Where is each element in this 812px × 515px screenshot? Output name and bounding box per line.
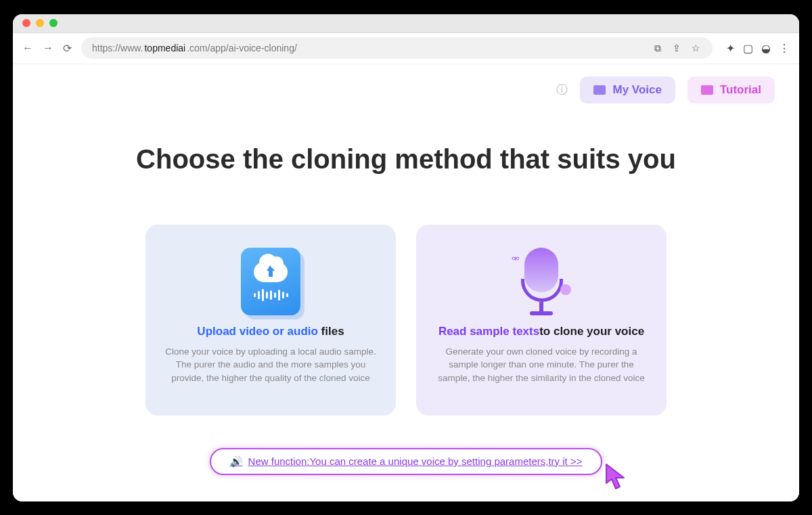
url-prefix: https://www. [92,43,143,53]
record-card[interactable]: ⚮ Read sample textsto clone your voice G… [416,225,667,416]
banner-text: New function:You can create a unique voi… [248,455,583,467]
window-minimize-dot[interactable] [36,19,44,27]
upload-card-title: Upload video or audio files [162,325,380,338]
speaker-icon: 🔊 [230,455,243,468]
tutorial-button[interactable]: Tutorial [687,76,775,104]
microphone-icon: ⚮ [521,248,562,315]
extensions-icon[interactable]: ✦ [726,42,735,55]
top-buttons: ⓘ My Voice Tutorial [33,76,779,104]
sidepanel-icon[interactable]: ▢ [743,42,753,55]
book-icon [701,85,713,95]
browser-toolbar: ← → ⟳ https://www. topmediai .com/app/ai… [13,33,799,64]
bookmark-icon[interactable]: ☆ [690,43,702,54]
waveform-icon [254,289,288,301]
nav-back-icon[interactable]: ← [22,42,33,55]
cloud-upload-icon [254,262,288,282]
folder-icon [593,85,606,95]
nav-reload-icon[interactable]: ⟳ [63,42,72,55]
banner-wrap: 🔊 New function:You can create a unique v… [33,448,779,475]
window-maximize-dot[interactable] [49,19,58,27]
url-suffix: .com/app/ai-voice-cloning/ [187,43,297,53]
my-voice-button[interactable]: My Voice [580,76,675,104]
my-voice-label: My Voice [612,83,661,97]
tutorial-label: Tutorial [720,83,761,97]
browser-window: ← → ⟳ https://www. topmediai .com/app/ai… [13,14,799,501]
menu-dots-icon[interactable]: ⋮ [779,42,790,55]
method-cards: Upload video or audio files Clone your v… [33,225,779,416]
new-function-banner[interactable]: 🔊 New function:You can create a unique v… [210,448,603,475]
nav-forward-icon[interactable]: → [43,42,53,55]
upload-card-icon [162,244,380,319]
share-icon[interactable]: ⇪ [671,43,683,54]
addressbar-right-icons: ⧉ ⇪ ☆ [652,43,702,54]
record-card-icon: ⚮ [432,244,650,319]
install-app-icon[interactable]: ⧉ [652,43,664,54]
upload-card[interactable]: Upload video or audio files Clone your v… [145,225,396,416]
address-bar[interactable]: https://www. topmediai .com/app/ai-voice… [81,37,713,59]
titlebar [13,14,799,33]
record-card-title: Read sample textsto clone your voice [432,325,650,338]
upload-tile-icon [241,248,300,315]
window-close-dot[interactable] [22,19,30,27]
profile-icon[interactable]: ◒ [761,42,771,55]
url-domain: topmediai [144,43,185,53]
page-headline: Choose the cloning method that suits you [33,144,779,175]
upload-card-desc: Clone your voice by uploading a local au… [162,345,380,385]
record-card-desc: Generate your own cloned voice by record… [432,345,650,385]
nav-icons: ← → ⟳ [22,42,72,55]
cursor-pointer-icon [604,463,631,493]
page-content: ⓘ My Voice Tutorial Choose the cloning m… [13,64,799,501]
info-icon[interactable]: ⓘ [556,82,568,97]
